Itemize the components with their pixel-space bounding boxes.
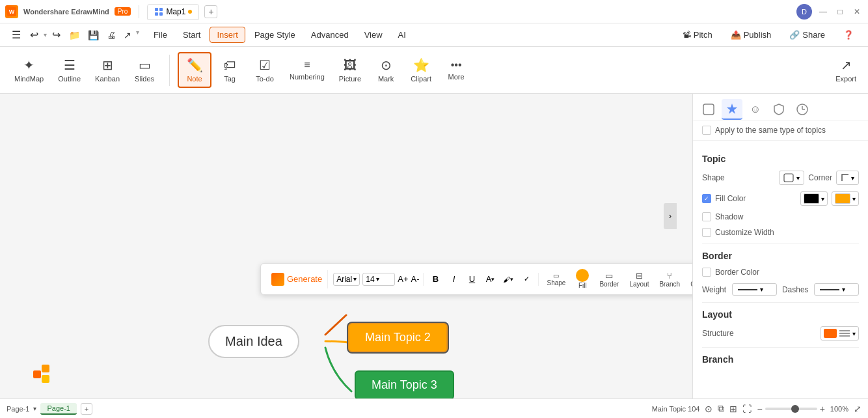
export-button[interactable]: ↗ Export <box>829 53 863 87</box>
zoom-minus-button[interactable]: − <box>757 404 762 414</box>
generate-button[interactable]: Generate <box>266 270 328 288</box>
undo-button[interactable]: ↩ <box>26 27 42 42</box>
map-tab[interactable]: Map1 <box>147 4 199 20</box>
increase-size-button[interactable]: A+ <box>398 274 408 284</box>
italic-button[interactable]: I <box>446 272 461 287</box>
kanban-button[interactable]: ⊞ Kanban <box>88 53 126 87</box>
menu-ai[interactable]: AI <box>392 27 413 42</box>
close-button[interactable]: ✕ <box>851 6 863 18</box>
menu-view[interactable]: View <box>358 27 389 42</box>
format-button[interactable]: ✓ <box>519 272 534 287</box>
tag-button[interactable]: 🏷 Tag <box>213 54 247 87</box>
add-page-button[interactable]: + <box>81 403 92 415</box>
bold-button[interactable]: B <box>427 272 443 287</box>
menu-pagestyle[interactable]: Page Style <box>248 27 302 42</box>
slides-button[interactable]: ▭ Slides <box>128 53 161 87</box>
more-insert-button[interactable]: ••• More <box>439 55 473 85</box>
canvas-watermark <box>33 364 52 385</box>
menu-start[interactable]: Start <box>176 27 207 42</box>
canvas-area[interactable]: Generate Arial ▾ 14 ▾ A+ A- B I U A ▾ 🖌 … <box>0 94 692 398</box>
todo-button[interactable]: ☑ To-do <box>248 53 282 87</box>
fill-button[interactable]: Fill <box>572 268 593 290</box>
grid-view-icon[interactable]: ⊞ <box>729 404 737 414</box>
panel-divider-2 <box>702 302 859 303</box>
export-icon: ↗ <box>841 57 852 73</box>
print-button[interactable]: 🖨 <box>103 29 119 42</box>
page-1-tab[interactable]: Page-1 <box>40 403 76 415</box>
customize-width-label: Customize Width <box>715 228 774 237</box>
picture-button[interactable]: 🖼 Picture <box>332 54 368 87</box>
sidebar-toggle[interactable]: ☰ <box>8 27 25 42</box>
apply-same-label: Apply to the same type of topics <box>715 126 826 135</box>
font-color-button[interactable]: A ▾ <box>482 272 498 287</box>
panel-tab-ai[interactable] <box>722 99 742 120</box>
zoom-slider[interactable] <box>765 408 817 410</box>
panel-tab-clock[interactable] <box>792 99 813 120</box>
full-screen-icon[interactable]: ⛶ <box>742 404 752 414</box>
shadow-checkbox[interactable] <box>702 212 711 221</box>
maximize-button[interactable]: □ <box>834 6 846 18</box>
export-label: Export <box>835 75 856 83</box>
fill-color-checkbox[interactable]: ✓ <box>702 194 711 203</box>
panel-tab-emoji[interactable]: ☺ <box>745 99 766 120</box>
structure-select[interactable]: ▾ <box>821 326 859 341</box>
highlight-button[interactable]: 🖌 ▾ <box>500 272 516 287</box>
connector-button[interactable]: ⤵ Connector <box>686 270 692 289</box>
layout-button[interactable]: ⊟ Layout <box>625 270 653 289</box>
open-button[interactable]: 📁 <box>66 29 83 42</box>
shape-toolbar-button[interactable]: ▭ Shape <box>543 271 569 288</box>
weight-select[interactable]: ▾ <box>732 283 777 296</box>
menu-insert[interactable]: Insert <box>210 27 245 43</box>
zoom-plus-button[interactable]: + <box>820 404 825 414</box>
pitch-button[interactable]: 📽 Pitch <box>676 27 719 42</box>
mark-button[interactable]: ⊙ Mark <box>369 53 403 87</box>
corner-select[interactable]: ▾ <box>836 171 859 185</box>
fit-window-icon[interactable]: ⤢ <box>854 404 861 414</box>
export-quick[interactable]: ↗ <box>120 29 135 42</box>
clipart-button[interactable]: ⭐ Clipart <box>404 53 438 87</box>
svg-rect-4 <box>155 12 158 16</box>
actual-size-icon[interactable]: ⧉ <box>718 403 724 414</box>
size-select[interactable]: 14 ▾ <box>362 273 395 286</box>
panel-tab-shield[interactable] <box>768 99 789 120</box>
border-button[interactable]: ▭ Border <box>595 270 623 289</box>
menubar-right: 📽 Pitch 📤 Publish 🔗 Share ❓ <box>676 27 860 42</box>
publish-button[interactable]: 📤 Publish <box>724 27 778 42</box>
apply-same-checkbox[interactable] <box>702 126 711 135</box>
fit-view-icon[interactable]: ⊙ <box>705 404 712 414</box>
note-button[interactable]: ✏️ Note <box>178 52 211 88</box>
collapse-panel-button[interactable]: › <box>664 203 677 229</box>
mindmap-icon: ✦ <box>23 57 34 73</box>
menu-advanced[interactable]: Advanced <box>305 27 355 42</box>
mindmap-button[interactable]: ✦ MindMap <box>8 53 50 87</box>
numbering-button[interactable]: ≡ Numbering <box>283 55 331 85</box>
shape-select[interactable]: ▾ <box>779 171 804 185</box>
outline-button[interactable]: ☰ Outline <box>51 53 87 87</box>
minimize-button[interactable]: — <box>817 6 829 18</box>
decrease-size-button[interactable]: A- <box>411 274 419 284</box>
fill-color-black-dropdown[interactable]: ▾ <box>800 191 828 206</box>
user-avatar[interactable]: D <box>796 4 812 20</box>
toolbar-right: ↗ Export <box>829 53 863 87</box>
shadow-label: Shadow <box>715 212 743 221</box>
highlight-icon: 🖌 <box>503 275 510 283</box>
menu-file[interactable]: File <box>147 27 174 42</box>
app-logo: W <box>5 5 18 18</box>
panel-tab-shape[interactable] <box>698 99 719 120</box>
share-button[interactable]: 🔗 Share <box>783 27 832 42</box>
border-color-checkbox[interactable] <box>702 268 711 277</box>
help-button[interactable]: ❓ <box>837 27 860 42</box>
dashes-select[interactable]: ▾ <box>814 283 859 296</box>
customize-width-checkbox[interactable] <box>702 228 711 237</box>
font-select[interactable]: Arial ▾ <box>333 273 360 286</box>
underline-button[interactable]: U <box>464 272 480 287</box>
new-tab-button[interactable]: + <box>204 5 217 18</box>
save-button[interactable]: 💾 <box>85 29 102 42</box>
fill-color-orange-dropdown[interactable]: ▾ <box>832 191 859 206</box>
topic-3-node[interactable]: Main Topic 3 <box>355 370 454 398</box>
topic-2-node[interactable]: Main Topic 2 <box>348 323 448 352</box>
branch-button[interactable]: ⑂ Branch <box>655 270 684 289</box>
redo-button[interactable]: ↪ <box>48 27 64 42</box>
main-idea-node[interactable]: Main Idea <box>208 325 299 358</box>
page-dropdown-arrow[interactable]: ▾ <box>33 405 36 412</box>
